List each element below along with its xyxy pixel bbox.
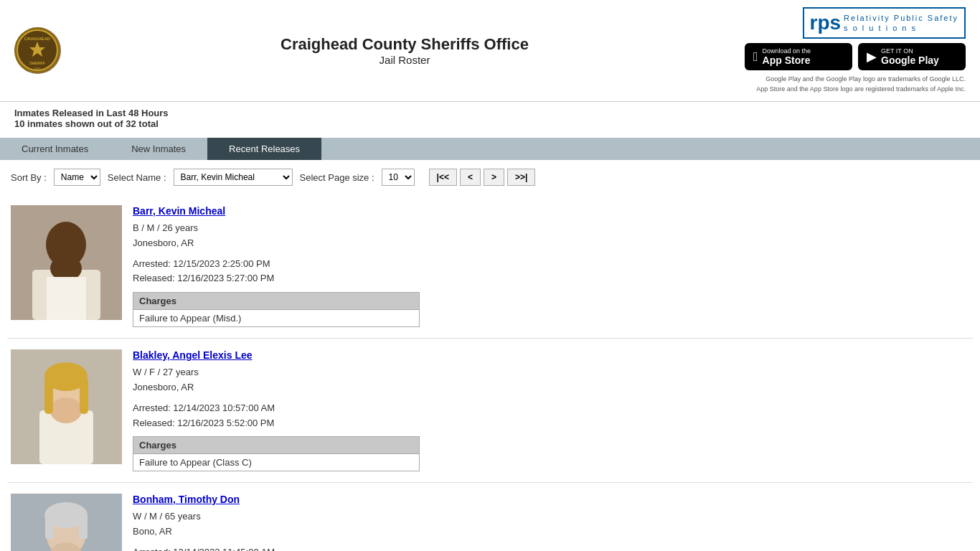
inmate-list: Barr, Kevin Micheal B / M / 26 years Jon… (0, 194, 980, 551)
sheriff-logo-container: CRAIGHEAD SHERIFF 1859 (14, 27, 65, 74)
svg-rect-23 (45, 514, 54, 539)
tab-recent-releases[interactable]: Recent Releases (207, 138, 321, 160)
pagination: |<< < > >>| (429, 169, 536, 186)
page-size-label: Select Page size : (300, 172, 374, 183)
charges-body: Failure to Appear (Class C) (133, 454, 419, 471)
inmate-details: Blakley, Angel Elexis Lee W / F / 27 yea… (133, 349, 969, 471)
name-label: Select Name : (108, 172, 166, 183)
tab-current-inmates[interactable]: Current Inmates (0, 138, 110, 160)
sort-select[interactable]: Name Date (54, 169, 100, 186)
inmate-photo-svg (11, 205, 122, 320)
tabs-container: Current Inmates New Inmates Recent Relea… (0, 138, 980, 160)
tab-new-inmates[interactable]: New Inmates (110, 138, 207, 160)
charges-table: Charges Failure to Appear (Misd.) (133, 292, 420, 327)
page-header: CRAIGHEAD SHERIFF 1859 Craighead County … (0, 0, 980, 102)
inmate-info: B / M / 26 years Jonesboro, AR (133, 221, 969, 251)
charges-body: Failure to Appear (Misd.) (133, 310, 419, 326)
apple-icon:  (753, 50, 758, 65)
charges-header: Charges (133, 293, 419, 310)
google-play-text: GET IT ON Google Play (881, 47, 939, 66)
inmate-name[interactable]: Blakley, Angel Elexis Lee (133, 349, 969, 361)
inmate-photo-svg (11, 349, 122, 464)
google-play-button[interactable]: ▶ GET IT ON Google Play (858, 43, 966, 70)
header-right-area: rps Relativity Public Safety s o l u t i… (745, 7, 966, 94)
header-title-area: Craighead County Sheriffs Office Jail Ro… (65, 35, 745, 66)
charges-table: Charges Failure to Appear (Class C) (133, 436, 420, 471)
inmate-dates: Arrested: 12/14/2023 11:45:00 AM Release… (133, 545, 969, 551)
inmate-photo (11, 349, 122, 464)
table-row: Bonham, Timothy Don W / M / 65 years Bon… (7, 483, 973, 551)
page-size-select[interactable]: 10 25 50 (382, 169, 415, 186)
store-buttons-container:  Download on the App Store ▶ GET IT ON … (745, 43, 966, 70)
sheriff-badge-logo: CRAIGHEAD SHERIFF 1859 (14, 27, 61, 74)
inmate-info: W / M / 65 years Bono, AR (133, 509, 969, 540)
name-select[interactable]: Barr, Kevin Micheal Blakley, Angel Elexi… (174, 169, 293, 186)
inmate-photo (11, 494, 122, 551)
app-store-text: Download on the App Store (763, 47, 811, 66)
inmate-dates: Arrested: 12/15/2023 2:25:00 PM Released… (133, 257, 969, 287)
inmate-dates: Arrested: 12/14/2023 10:57:00 AM Release… (133, 401, 969, 431)
inmate-photo (11, 205, 122, 320)
rps-sub-text: Relativity Public Safety s o l u t i o n… (844, 13, 958, 34)
inmates-summary-line2: 10 inmates shown out of 32 total (14, 118, 966, 129)
first-page-button[interactable]: |<< (429, 169, 457, 186)
svg-rect-24 (79, 514, 88, 539)
inmates-summary-line1: Inmates Released in Last 48 Hours (14, 108, 966, 118)
prev-page-button[interactable]: < (460, 169, 481, 186)
svg-text:CRAIGHEAD: CRAIGHEAD (24, 37, 51, 41)
inmate-details: Bonham, Timothy Don W / M / 65 years Bon… (133, 494, 969, 551)
svg-point-14 (50, 397, 82, 423)
svg-text:SHERIFF: SHERIFF (29, 61, 44, 65)
sheriff-badge-svg: CRAIGHEAD SHERIFF 1859 (14, 27, 61, 74)
table-row: Barr, Kevin Micheal B / M / 26 years Jon… (7, 194, 973, 339)
svg-text:1859: 1859 (34, 67, 42, 70)
page-title: Craighead County Sheriffs Office (65, 35, 745, 54)
svg-rect-17 (80, 378, 88, 414)
sort-label: Sort By : (11, 172, 47, 183)
next-page-button[interactable]: > (484, 169, 504, 186)
inmate-details: Barr, Kevin Micheal B / M / 26 years Jon… (133, 205, 969, 327)
svg-rect-16 (44, 378, 53, 414)
charges-header: Charges (133, 437, 419, 454)
rps-logo: rps Relativity Public Safety s o l u t i… (803, 7, 966, 39)
inmate-name[interactable]: Bonham, Timothy Don (133, 494, 969, 505)
app-store-button[interactable]:  Download on the App Store (745, 43, 852, 70)
inmate-name[interactable]: Barr, Kevin Micheal (133, 205, 969, 217)
inmates-summary: Inmates Released in Last 48 Hours 10 inm… (0, 102, 980, 135)
inmate-photo-svg (11, 494, 122, 551)
store-disclaimer: Google Play and the Google Play logo are… (756, 75, 966, 94)
svg-rect-10 (47, 277, 86, 320)
rps-short-text: rps (810, 11, 842, 34)
table-row: Blakley, Angel Elexis Lee W / F / 27 yea… (7, 339, 973, 483)
google-play-icon: ▶ (867, 49, 877, 65)
controls-bar: Sort By : Name Date Select Name : Barr, … (0, 160, 980, 194)
last-page-button[interactable]: >>| (507, 169, 535, 186)
page-subtitle: Jail Roster (65, 54, 745, 66)
inmate-info: W / F / 27 years Jonesboro, AR (133, 365, 969, 395)
